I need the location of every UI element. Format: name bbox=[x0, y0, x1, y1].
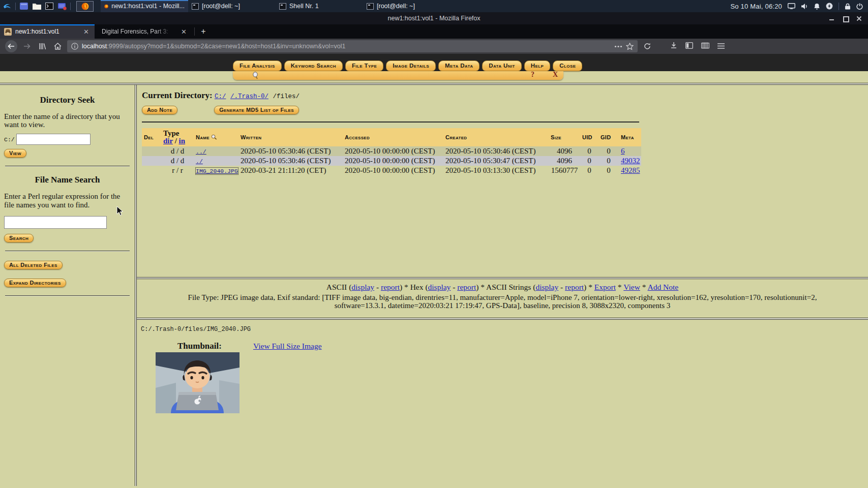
view-link[interactable]: View bbox=[623, 283, 640, 291]
tab-meta-data[interactable]: Meta Data bbox=[438, 60, 480, 71]
tab-bar: new1:host1:vol1 ✕ Digital Forensics, Par… bbox=[0, 24, 868, 39]
url-bar[interactable]: localhost:9999/autopsy?mod=1&submod=2&ca… bbox=[67, 40, 638, 52]
hex-display-link[interactable]: display bbox=[428, 283, 451, 291]
taskbar-item-firefox[interactable]: new1:host1:vol1 - Mozill... bbox=[101, 0, 188, 12]
bookmark-star-icon[interactable] bbox=[626, 43, 634, 50]
minimize-button[interactable] bbox=[829, 16, 834, 21]
volume-icon[interactable] bbox=[801, 3, 808, 10]
tab-file-analysis[interactable]: File Analysis bbox=[233, 60, 282, 71]
launcher-terminal-icon[interactable] bbox=[45, 2, 54, 10]
sidebar-divider bbox=[5, 295, 130, 296]
column-written: Written bbox=[238, 128, 343, 146]
meta-link[interactable]: 6 bbox=[621, 147, 625, 155]
tab-digital-forensics[interactable]: Digital Forensics, Part 3: ✕ bbox=[98, 24, 192, 39]
reload-icon[interactable] bbox=[642, 41, 653, 52]
strings-display-link[interactable]: display bbox=[535, 283, 558, 291]
tab-help[interactable]: Help bbox=[524, 60, 550, 71]
close-glyph[interactable]: X bbox=[553, 71, 558, 79]
directory-prefix-label: C:/ bbox=[4, 136, 15, 143]
cell-gid: 0 bbox=[598, 146, 619, 156]
taskbar-item-terminal-2[interactable]: [root@dell: ~] bbox=[363, 0, 451, 12]
tab-close-icon[interactable]: ✕ bbox=[82, 27, 91, 36]
launcher-files-icon[interactable] bbox=[32, 2, 41, 10]
download-icon[interactable] bbox=[670, 42, 677, 51]
ascii-report-link[interactable]: report bbox=[381, 283, 400, 291]
new-tab-button[interactable]: + bbox=[197, 24, 210, 39]
all-deleted-files-button[interactable]: All Deleted Files bbox=[4, 261, 63, 269]
file-link[interactable]: ../ bbox=[196, 148, 206, 155]
firefox-titlebar: new1:host1:vol1 - Mozilla Firefox bbox=[0, 12, 868, 24]
generate-md5-button[interactable]: Generate MD5 List of Files bbox=[214, 106, 299, 114]
add-note-button[interactable]: Add Note bbox=[142, 106, 177, 114]
firefox-launcher[interactable] bbox=[76, 1, 94, 12]
cell-written: 2020-05-10 05:30:46 (CEST) bbox=[238, 146, 343, 156]
tab-file-type[interactable]: File Type bbox=[345, 60, 383, 71]
column-name: Name bbox=[194, 128, 238, 146]
logout-power-icon[interactable] bbox=[856, 3, 863, 10]
url-text[interactable]: localhost:9999/autopsy?mod=1&submod=2&ca… bbox=[82, 43, 611, 50]
file-name-search-input[interactable] bbox=[4, 216, 107, 229]
tab-separator bbox=[194, 27, 195, 36]
column-meta: Meta bbox=[619, 128, 641, 146]
library-icon[interactable] bbox=[37, 41, 48, 52]
forward-button[interactable] bbox=[21, 41, 33, 52]
column-type: Type dir / in bbox=[161, 128, 194, 146]
type-separator: / bbox=[173, 137, 179, 145]
tab-close-icon[interactable]: ✕ bbox=[179, 27, 188, 36]
page-actions-icon[interactable] bbox=[614, 45, 622, 48]
hex-report-link[interactable]: report bbox=[457, 283, 476, 291]
toolbar-extension-icon[interactable] bbox=[701, 42, 709, 51]
view-button[interactable]: View bbox=[4, 149, 26, 158]
tab-autopsy[interactable]: new1:host1:vol1 ✕ bbox=[0, 24, 95, 39]
display-icon[interactable] bbox=[788, 3, 795, 9]
cell-gid: 0 bbox=[598, 166, 619, 175]
launcher-display-icon[interactable] bbox=[57, 2, 67, 10]
tab-keyword-search[interactable]: Keyword Search bbox=[284, 60, 343, 71]
viewer-text: - bbox=[451, 283, 457, 291]
terminal-icon bbox=[192, 3, 199, 10]
thumbnail-image[interactable] bbox=[156, 352, 240, 413]
strings-report-link[interactable]: report bbox=[565, 283, 584, 291]
kali-logo-icon[interactable] bbox=[3, 2, 12, 10]
main-area: Current Directory: C:/ /.Trash-0/ /files… bbox=[137, 85, 868, 486]
close-window-button[interactable] bbox=[856, 16, 862, 21]
menu-hamburger-icon[interactable] bbox=[717, 42, 725, 51]
help-glyph[interactable]: ? bbox=[531, 71, 534, 79]
page-info-icon[interactable] bbox=[71, 43, 78, 50]
meta-link[interactable]: 49032 bbox=[621, 157, 640, 165]
lock-icon[interactable] bbox=[845, 3, 851, 10]
back-button[interactable] bbox=[5, 40, 17, 52]
viewer-text: ) * Hex ( bbox=[400, 283, 428, 291]
directory-seek-input[interactable] bbox=[16, 134, 91, 145]
export-link[interactable]: Export bbox=[594, 283, 616, 291]
file-link[interactable]: ./ bbox=[196, 158, 203, 165]
expand-directories-button[interactable]: Expand Directories bbox=[4, 279, 66, 287]
launcher-window-icon[interactable] bbox=[19, 2, 28, 10]
clock[interactable]: So 10 Mai, 06:20 bbox=[731, 3, 783, 10]
sidebar-toggle-icon[interactable] bbox=[685, 42, 693, 51]
tab-close[interactable]: Close bbox=[553, 60, 582, 71]
sort-dir-link[interactable]: dir bbox=[163, 137, 173, 145]
power-manager-icon[interactable] bbox=[826, 3, 833, 10]
file-link-selected[interactable]: IMG_2040.JPG bbox=[196, 168, 238, 174]
sort-inode-link[interactable]: in bbox=[179, 137, 186, 145]
add-note-link[interactable]: Add Note bbox=[648, 283, 679, 291]
table-row: d / d ../ 2020-05-10 05:30:46 (CEST) 202… bbox=[142, 146, 641, 156]
taskbar-item-label: new1:host1:vol1 - Mozill... bbox=[111, 3, 185, 10]
tab-data-unit[interactable]: Data Unit bbox=[482, 60, 522, 71]
maximize-button[interactable] bbox=[843, 16, 848, 21]
thumbnail-label: Thumbnail: bbox=[177, 341, 222, 351]
breadcrumb-trash[interactable]: /.Trash-0/ bbox=[230, 93, 268, 100]
view-full-size-link[interactable]: View Full Size Image bbox=[253, 342, 322, 351]
taskbar-item-shell[interactable]: Shell Nr. 1 bbox=[276, 0, 363, 12]
notifications-bell-icon[interactable] bbox=[814, 3, 820, 10]
search-button[interactable]: Search bbox=[4, 234, 34, 242]
home-icon[interactable] bbox=[52, 41, 63, 52]
taskbar-item-terminal-1[interactable]: [root@dell: ~] bbox=[188, 0, 276, 12]
launcher-separator bbox=[15, 3, 16, 10]
name-search-icon[interactable] bbox=[211, 134, 217, 140]
tab-image-details[interactable]: Image Details bbox=[386, 60, 436, 71]
meta-link[interactable]: 49285 bbox=[621, 166, 640, 174]
ascii-display-link[interactable]: display bbox=[351, 283, 374, 291]
breadcrumb-root[interactable]: C:/ bbox=[215, 93, 226, 100]
